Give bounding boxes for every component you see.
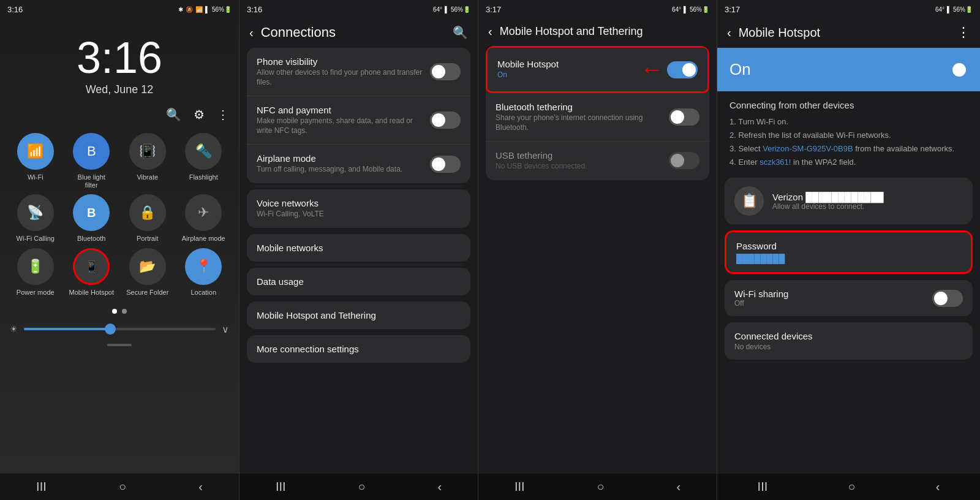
brightness-expand-icon[interactable]: ∨: [222, 324, 229, 335]
back-button-p2[interactable]: ‹: [437, 480, 442, 494]
recents-button-p2[interactable]: III: [276, 480, 286, 494]
portrait-tile-icon[interactable]: 🔒: [129, 194, 166, 231]
tile-location[interactable]: 📍 Location: [178, 248, 230, 297]
wifi-tile-label: Wi-Fi: [28, 173, 43, 181]
tile-bluetooth[interactable]: B Bluetooth: [66, 194, 118, 243]
flashlight-tile-icon[interactable]: 🔦: [185, 133, 222, 170]
mobile-hotspot-tile-icon[interactable]: 📱: [73, 248, 110, 285]
back-button-p3[interactable]: ‹: [488, 25, 492, 39]
blue-light-tile-icon[interactable]: B: [73, 133, 110, 170]
home-button-p2[interactable]: ○: [358, 480, 365, 494]
connected-devices: Connected devices No devices: [725, 322, 973, 360]
more-icon[interactable]: ⋮: [217, 107, 229, 122]
mobile-hotspot-tile-label: Mobile Hotspot: [69, 289, 114, 297]
status-time-p4: 3:17: [725, 5, 740, 14]
nfc-title: NFC and payment: [257, 105, 430, 115]
mobile-hotspot-item[interactable]: Mobile Hotspot On ←: [486, 46, 709, 93]
hotspot-tethering-title: Mobile Hotspot and Tethering: [257, 310, 461, 320]
connecting-title: Connecting from other devices: [729, 100, 968, 110]
tile-wifi-calling[interactable]: 📡 Wi-Fi Calling: [10, 194, 61, 243]
home-button-p3[interactable]: ○: [597, 480, 604, 494]
bluetooth-status-icon: ✱: [178, 6, 183, 13]
back-button-p1[interactable]: ‹: [198, 480, 203, 494]
home-button-p1[interactable]: ○: [119, 480, 126, 494]
wifi-sharing-row[interactable]: Wi-Fi sharing Off: [725, 280, 973, 316]
hotspot-tethering-title: Mobile Hotspot and Tethering: [500, 25, 707, 38]
voice-networks-item[interactable]: Voice networks Wi-Fi Calling, VoLTE: [247, 189, 470, 228]
vibrate-tile-icon[interactable]: 📳: [129, 133, 166, 170]
brightness-thumb[interactable]: [105, 324, 116, 335]
network-row[interactable]: 📋 Verizon ████████████ Allow all devices…: [725, 178, 973, 224]
back-button-p3[interactable]: ‹: [676, 480, 680, 494]
password-block[interactable]: Password ████████: [725, 230, 973, 274]
tile-airplane[interactable]: ✈ Airplane mode: [178, 194, 230, 243]
tile-flashlight[interactable]: 🔦 Flashlight: [178, 133, 230, 189]
bluetooth-tethering-item[interactable]: Bluetooth tethering Share your phone's i…: [486, 93, 709, 142]
tile-portrait[interactable]: 🔒 Portrait: [122, 194, 173, 243]
phone-visibility-sub: Allow other devices to find your phone a…: [257, 68, 430, 87]
nav-bar-p1: III ○ ‹: [0, 474, 239, 500]
power-mode-tile-icon[interactable]: 🔋: [17, 248, 54, 285]
location-tile-icon[interactable]: 📍: [185, 248, 222, 285]
phone-visibility-toggle[interactable]: [430, 63, 461, 80]
recents-button-p1[interactable]: III: [36, 480, 47, 494]
network-name-link[interactable]: Verizon-SM-G925V-0B9B: [763, 144, 853, 153]
tile-blue-light[interactable]: B Blue lightfilter: [66, 133, 118, 189]
usb-tethering-title: USB tethering: [496, 150, 669, 161]
search-button-p2[interactable]: 🔍: [453, 25, 468, 40]
search-icon[interactable]: 🔍: [166, 107, 181, 122]
tile-vibrate[interactable]: 📳 Vibrate: [122, 133, 173, 189]
tile-secure-folder[interactable]: 📂 Secure Folder: [122, 248, 173, 297]
hotspot-main-toggle[interactable]: [937, 61, 968, 78]
mobile-hotspot-tethering-item[interactable]: Mobile Hotspot and Tethering ←: [247, 301, 470, 329]
recents-button-p3[interactable]: III: [514, 480, 525, 494]
network-name: Verizon ████████████: [772, 192, 884, 202]
phone-visibility-title: Phone visibility: [257, 56, 430, 67]
home-button-p4[interactable]: ○: [848, 480, 855, 494]
bluetooth-tile-label: Bluetooth: [77, 235, 105, 243]
step-4: 4. Enter sczk361! in the WPA2 field.: [729, 156, 968, 169]
bluetooth-tile-icon[interactable]: B: [73, 194, 110, 231]
wifi-sharing-toggle[interactable]: [932, 290, 963, 307]
brightness-track[interactable]: [24, 328, 216, 330]
battery-text: 56%🔋: [212, 6, 232, 13]
nfc-payment-item[interactable]: NFC and payment Make mobile payments, sh…: [247, 96, 470, 145]
back-button-p2[interactable]: ‹: [249, 26, 254, 40]
tile-power-mode[interactable]: 🔋 Power mode: [10, 248, 61, 297]
status-time-p1: 3:16: [7, 5, 23, 14]
recents-button-p4[interactable]: III: [758, 480, 768, 494]
status-icons-p3: 64° ▌ 56%🔋: [672, 6, 709, 13]
hotspot-tethering-card: Mobile Hotspot On ← Bluetooth tethering …: [486, 46, 709, 180]
back-button-p4[interactable]: ‹: [727, 26, 731, 40]
clock-display: 3:16 Wed, June 12: [0, 17, 239, 102]
mute-icon: 🔕: [186, 6, 193, 13]
airplane-mode-item[interactable]: Airplane mode Turn off calling, messagin…: [247, 145, 470, 183]
airplane-toggle[interactable]: [430, 156, 461, 173]
nav-bar-p2: III ○ ‹: [239, 474, 478, 500]
usb-tethering-item[interactable]: USB tethering No USB devices connected.: [486, 142, 709, 180]
back-button-p4[interactable]: ‹: [936, 480, 940, 494]
password-link[interactable]: sczk361!: [760, 157, 791, 167]
blue-light-tile-label: Blue lightfilter: [78, 173, 105, 189]
secure-folder-tile-icon[interactable]: 📂: [129, 248, 166, 285]
wifi-calling-tile-icon[interactable]: 📡: [17, 194, 54, 231]
panel-mobile-hotspot: 3:17 64° ▌ 56%🔋 ‹ Mobile Hotspot ⋮ On Co…: [717, 0, 980, 500]
secure-folder-tile-label: Secure Folder: [126, 289, 168, 297]
mobile-networks-item[interactable]: Mobile networks: [247, 234, 470, 262]
panel-lockscreen: 3:16 ✱ 🔕 📶 ▌ 56%🔋 3:16 Wed, June 12 🔍 ⚙ …: [0, 0, 239, 500]
phone-visibility-item[interactable]: Phone visibility Allow other devices to …: [247, 48, 470, 96]
more-connection-settings-item[interactable]: More connection settings: [247, 335, 470, 363]
wifi-tile-icon[interactable]: 📶: [17, 133, 54, 170]
nfc-toggle[interactable]: [430, 112, 461, 129]
more-button-p4[interactable]: ⋮: [957, 25, 970, 40]
clock-date: Wed, June 12: [0, 83, 239, 96]
tile-wifi[interactable]: 📶 Wi-Fi: [10, 133, 61, 189]
settings-icon[interactable]: ⚙: [194, 107, 205, 122]
dot-1: [112, 309, 117, 314]
tile-mobile-hotspot[interactable]: 📱 Mobile Hotspot: [66, 248, 118, 297]
airplane-tile-icon[interactable]: ✈: [185, 194, 222, 231]
status-icons-p4: 64° ▌ 56%🔋: [935, 6, 973, 13]
bluetooth-tethering-toggle[interactable]: [669, 108, 699, 126]
mobile-hotspot-toggle[interactable]: [667, 61, 698, 78]
data-usage-item[interactable]: Data usage: [247, 268, 470, 295]
